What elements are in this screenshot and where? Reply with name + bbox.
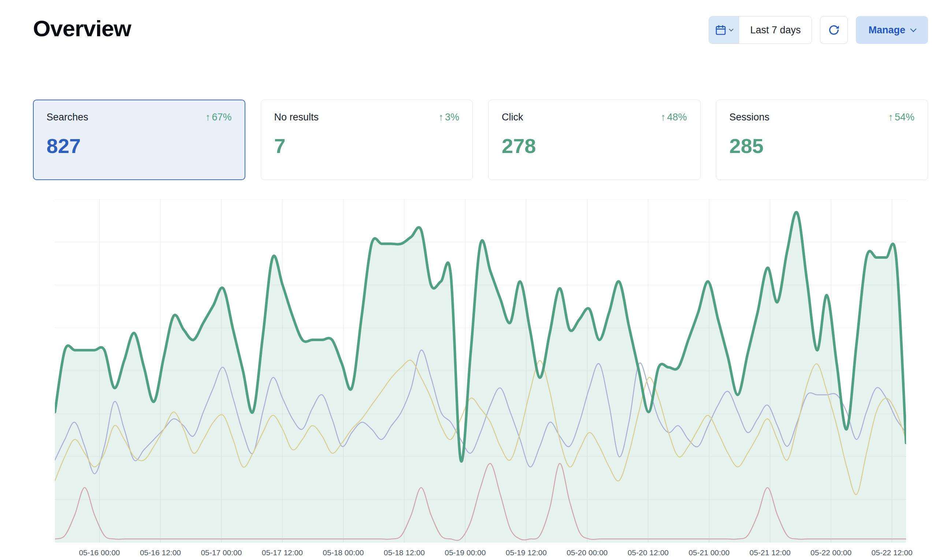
refresh-icon [828, 24, 840, 36]
header-controls: Last 7 days Manage [709, 16, 928, 44]
stat-label: Searches [46, 112, 88, 123]
stat-card-no-results[interactable]: No results ↑ 3% 7 [261, 100, 473, 180]
stat-change-value: 48% [667, 112, 687, 123]
trend-up-icon: ↑ [205, 112, 211, 122]
x-axis-label: 05-19 12:00 [506, 548, 547, 557]
date-range-label[interactable]: Last 7 days [739, 17, 811, 43]
x-axis-label: 05-20 12:00 [628, 548, 669, 557]
trend-up-icon: ↑ [888, 112, 893, 122]
trend-up-icon: ↑ [438, 112, 444, 122]
stat-value: 827 [46, 134, 232, 158]
manage-button-label: Manage [868, 25, 905, 36]
refresh-button[interactable] [820, 16, 848, 44]
analytics-chart[interactable] [55, 199, 906, 542]
stat-card-searches[interactable]: Searches ↑ 67% 827 [33, 100, 245, 180]
x-axis-label: 05-21 12:00 [750, 548, 791, 557]
x-axis-label: 05-16 12:00 [140, 548, 181, 557]
analytics-chart-section: 05-16 00:0005-16 12:0005-17 00:0005-17 1… [55, 199, 906, 560]
stat-change-value: 3% [445, 112, 459, 123]
x-axis-label: 05-22 00:00 [811, 548, 851, 557]
manage-button[interactable]: Manage [856, 16, 928, 44]
stat-label: Sessions [729, 112, 770, 123]
trend-up-icon: ↑ [661, 112, 666, 122]
x-axis-label: 05-16 00:00 [79, 548, 120, 557]
date-range-picker[interactable]: Last 7 days [709, 16, 812, 44]
stat-change-value: 54% [895, 112, 914, 123]
stat-change: ↑ 54% [888, 112, 914, 123]
stat-card-click[interactable]: Click ↑ 48% 278 [488, 100, 701, 180]
stat-change: ↑ 3% [438, 112, 459, 123]
stat-change-value: 67% [212, 112, 231, 123]
overview-page: Overview Last 7 days [0, 0, 939, 560]
stat-value: 285 [729, 134, 915, 158]
calendar-button[interactable] [709, 17, 739, 43]
stat-change: ↑ 67% [205, 112, 232, 123]
stat-value: 7 [274, 134, 459, 158]
page-header: Overview Last 7 days [33, 15, 928, 44]
stat-value: 278 [502, 134, 687, 158]
page-title: Overview [33, 15, 131, 42]
stat-cards-row: Searches ↑ 67% 827 No results ↑ 3% 7 Cli… [33, 100, 928, 180]
x-axis-label: 05-17 12:00 [262, 548, 303, 557]
x-axis-label: 05-22 12:00 [872, 548, 913, 557]
x-axis-label: 05-19 00:00 [445, 548, 486, 557]
x-axis-label: 05-18 12:00 [384, 548, 425, 557]
calendar-icon [715, 24, 726, 36]
stat-label: Click [502, 112, 523, 123]
chevron-down-icon [729, 27, 734, 31]
x-axis-label: 05-20 00:00 [567, 548, 607, 557]
stat-label: No results [274, 112, 319, 123]
chevron-down-icon [910, 26, 917, 32]
x-axis-label: 05-18 00:00 [323, 548, 364, 557]
stat-change: ↑ 48% [661, 112, 687, 123]
x-axis: 05-16 00:0005-16 12:0005-17 00:0005-17 1… [55, 548, 906, 560]
stat-card-sessions[interactable]: Sessions ↑ 54% 285 [716, 100, 928, 180]
x-axis-label: 05-21 00:00 [689, 548, 729, 557]
x-axis-label: 05-17 00:00 [201, 548, 242, 557]
